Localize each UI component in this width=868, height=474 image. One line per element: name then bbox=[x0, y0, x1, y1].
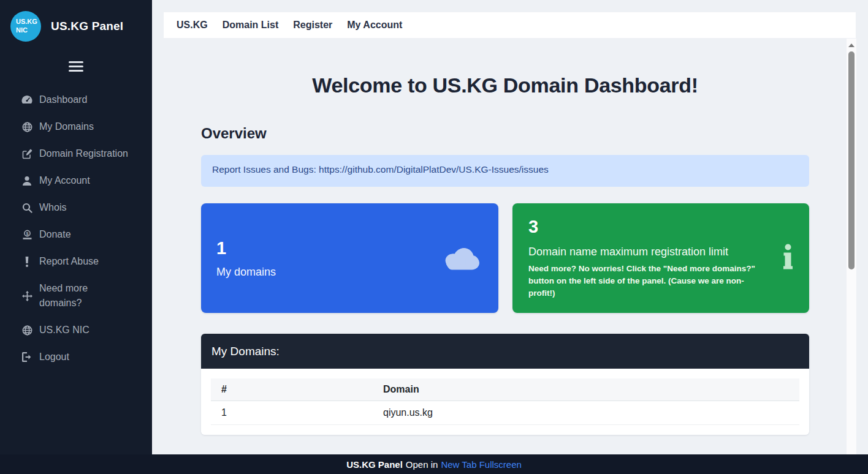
logo-line1: US.KG bbox=[16, 18, 41, 26]
hamburger-menu-icon[interactable] bbox=[69, 61, 83, 72]
registration-limit-card: 3 Domain name maximum registration limit… bbox=[512, 203, 809, 313]
footer-fullscreen-link[interactable]: New Tab Fullscreen bbox=[441, 459, 521, 470]
nav-link-register[interactable]: Register bbox=[293, 20, 332, 31]
my-domains-panel: My Domains: # Domain 1 qiyun.us.kg bbox=[201, 334, 809, 435]
panel-title: My Domains: bbox=[201, 334, 809, 369]
sidebar-item-need-more-domains[interactable]: Need more domains? bbox=[0, 275, 152, 317]
navbar-brand[interactable]: US.KG bbox=[177, 20, 208, 31]
page-title: Welcome to US.KG Domain Dashboard! bbox=[201, 73, 809, 97]
footer-text: Open in bbox=[406, 459, 438, 470]
footer-brand: US.KG Panel bbox=[346, 459, 403, 470]
panel-body: # Domain 1 qiyun.us.kg bbox=[201, 369, 809, 435]
cell-num: 1 bbox=[211, 401, 373, 425]
globe-icon bbox=[21, 325, 33, 336]
overview-heading: Overview bbox=[201, 125, 267, 142]
limit-count: 3 bbox=[528, 217, 764, 237]
vertical-scrollbar[interactable] bbox=[847, 39, 856, 454]
scroll-up-arrow-icon[interactable] bbox=[848, 43, 855, 47]
table-header-row: # Domain bbox=[211, 378, 799, 401]
arrows-move-icon bbox=[21, 291, 33, 301]
info-icon bbox=[783, 244, 793, 273]
sidebar-item-label: Donate bbox=[39, 227, 71, 242]
app-window: US.KG NIC US.KG Panel Dashboard My Domai… bbox=[0, 0, 868, 474]
sidebar: US.KG NIC US.KG Panel Dashboard My Domai… bbox=[0, 0, 152, 454]
limit-title: Domain name maximum registration limit bbox=[528, 246, 764, 258]
sidebar-item-my-account[interactable]: My Account bbox=[0, 167, 152, 194]
sidebar-item-label: US.KG NIC bbox=[39, 323, 89, 337]
top-navbar: US.KG Domain List Register My Account bbox=[164, 12, 856, 38]
sidebar-item-report-abuse[interactable]: Report Abuse bbox=[0, 248, 152, 275]
report-issues-alert: Report Issues and Bugs: https://github.c… bbox=[201, 155, 809, 187]
nav-link-my-account[interactable]: My Account bbox=[347, 20, 402, 31]
edit-icon bbox=[21, 149, 33, 159]
sidebar-item-uskg-nic[interactable]: US.KG NIC bbox=[0, 317, 152, 344]
user-icon bbox=[21, 176, 33, 186]
sidebar-item-donate[interactable]: $ Donate bbox=[0, 221, 152, 248]
sidebar-item-my-domains[interactable]: My Domains bbox=[0, 113, 152, 140]
sidebar-item-logout[interactable]: Logout bbox=[0, 344, 152, 371]
app-title: US.KG Panel bbox=[51, 20, 123, 33]
donate-icon: $ bbox=[21, 230, 33, 240]
uskg-nic-logo: US.KG NIC bbox=[10, 11, 41, 42]
logout-icon bbox=[21, 352, 33, 362]
sidebar-item-label: Logout bbox=[39, 350, 69, 364]
sidebar-item-label: My Account bbox=[39, 173, 90, 188]
sidebar-item-label: Report Abuse bbox=[39, 254, 99, 269]
scrollbar-thumb[interactable] bbox=[848, 51, 855, 269]
column-header-domain: Domain bbox=[373, 378, 799, 401]
search-icon bbox=[21, 203, 33, 213]
my-domains-card: 1 My domains bbox=[201, 203, 498, 313]
sidebar-header: US.KG NIC US.KG Panel bbox=[0, 0, 152, 42]
sidebar-item-label: Domain Registration bbox=[39, 146, 128, 161]
sidebar-item-domain-registration[interactable]: Domain Registration bbox=[0, 140, 152, 167]
table-row[interactable]: 1 qiyun.us.kg bbox=[211, 401, 799, 425]
logo-line2: NIC bbox=[16, 26, 41, 35]
sidebar-item-whois[interactable]: Whois bbox=[0, 194, 152, 221]
sidebar-item-dashboard[interactable]: Dashboard bbox=[0, 86, 152, 113]
cell-domain: qiyun.us.kg bbox=[373, 401, 799, 425]
sidebar-menu: Dashboard My Domains Domain Registration… bbox=[0, 86, 152, 371]
footer-bar: US.KG Panel Open in New Tab Fullscreen bbox=[0, 454, 868, 474]
domains-table: # Domain 1 qiyun.us.kg bbox=[211, 378, 799, 425]
nav-link-domain-list[interactable]: Domain List bbox=[223, 20, 279, 31]
cloud-icon bbox=[443, 244, 480, 273]
globe-icon bbox=[21, 122, 33, 132]
sidebar-item-label: Whois bbox=[39, 200, 66, 215]
gauge-icon bbox=[21, 95, 33, 105]
sidebar-item-label: My Domains bbox=[39, 119, 94, 134]
column-header-num: # bbox=[211, 378, 373, 401]
exclamation-icon bbox=[21, 257, 33, 267]
limit-description: Need more? No worries! Click the "Need m… bbox=[528, 263, 764, 299]
sidebar-item-label: Dashboard bbox=[39, 92, 87, 107]
sidebar-item-label: Need more domains? bbox=[39, 281, 129, 310]
